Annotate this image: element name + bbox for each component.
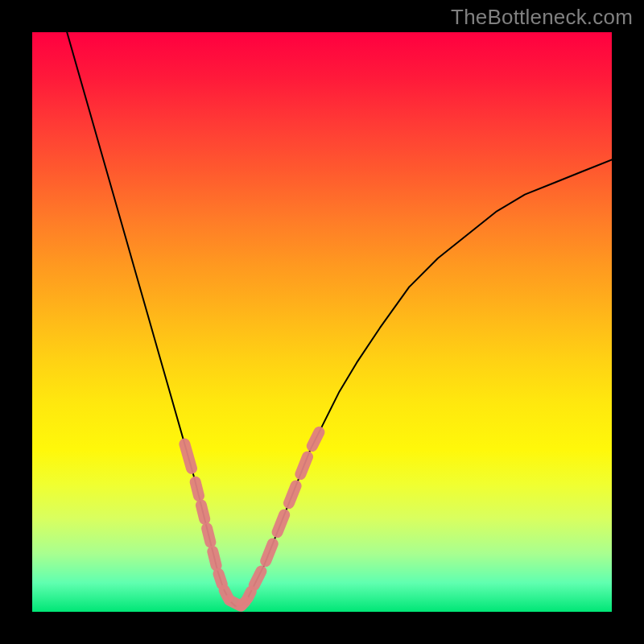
svg-line-6 <box>184 444 192 469</box>
chart-frame: TheBottleneck.com <box>0 0 644 644</box>
svg-line-13 <box>289 485 296 503</box>
svg-line-3 <box>207 528 210 542</box>
svg-line-4 <box>201 506 204 519</box>
svg-line-12 <box>278 514 285 532</box>
svg-line-14 <box>300 456 308 474</box>
svg-line-5 <box>196 482 199 496</box>
svg-line-10 <box>254 572 262 585</box>
svg-line-2 <box>213 551 216 565</box>
svg-line-1 <box>219 574 222 584</box>
svg-line-15 <box>312 432 320 446</box>
bottleneck-curve <box>32 32 612 612</box>
plot-area <box>32 32 612 612</box>
watermark-text: TheBottleneck.com <box>451 5 633 30</box>
svg-line-9 <box>248 592 251 599</box>
svg-line-11 <box>266 543 273 561</box>
